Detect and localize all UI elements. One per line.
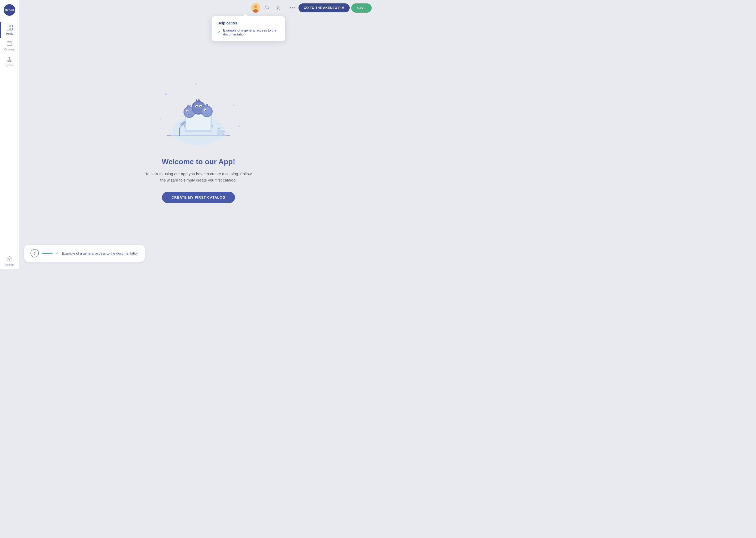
svg-point-5 [9, 258, 10, 259]
sidebar-item-home-label: Home [6, 32, 13, 35]
app-logo[interactable]: My App [4, 4, 15, 16]
svg-rect-0 [7, 25, 9, 27]
help-tooltip-header: Help center [217, 21, 279, 25]
sidebar-item-settings[interactable]: Settings [0, 253, 19, 269]
sidebar-item-catalogs-label: Catalogs [4, 48, 15, 51]
svg-rect-2 [7, 28, 9, 30]
plus-decoration-7: · [160, 116, 161, 121]
sidebar-item-synch[interactable]: Synch [0, 54, 19, 69]
topbar-right: Help center ✓ Example of a general acces… [251, 3, 372, 13]
svg-point-28 [196, 106, 198, 107]
help-tooltip: Help center ✓ Example of a general acces… [212, 16, 285, 41]
sidebar-item-catalogs[interactable]: Catalogs [0, 38, 19, 54]
save-button[interactable]: SAVE [351, 3, 372, 13]
main-area: Help center ✓ Example of a general acces… [19, 0, 378, 269]
svg-rect-1 [10, 25, 12, 27]
user-avatar[interactable] [251, 3, 260, 13]
check-icon: ✓ [217, 30, 220, 34]
more-options-button[interactable] [288, 6, 297, 10]
plus-decoration-6: + [238, 124, 240, 129]
svg-rect-3 [10, 28, 12, 30]
welcome-title: Welcome to our App! [162, 158, 235, 166]
help-line-connector [42, 253, 53, 254]
svg-point-24 [187, 111, 188, 112]
sidebar-item-settings-label: Settings [4, 263, 14, 266]
svg-rect-4 [7, 42, 12, 45]
svg-rect-20 [217, 130, 223, 135]
create-catalog-button[interactable]: CREATE MY FIRST CATALOG [162, 192, 235, 203]
help-check-icon: ✓ [56, 251, 59, 255]
help-tooltip-item: ✓ Example of a general access to the doc… [217, 28, 279, 36]
welcome-description: To start to using our app you have to cr… [143, 171, 254, 183]
topbar: Help center ✓ Example of a general acces… [19, 0, 378, 16]
help-tooltip-item-text: Example of a general access to the docum… [223, 28, 279, 36]
help-circle-icon: ? [30, 249, 39, 257]
svg-point-9 [277, 7, 278, 9]
sidebar-item-synch-label: Synch [6, 64, 13, 67]
help-center-link[interactable]: Help center [217, 21, 237, 25]
home-icon [7, 25, 13, 31]
sidebar: My App Home Catalogs [0, 0, 19, 269]
synch-icon [7, 56, 12, 63]
main-illustration [162, 87, 235, 145]
illustration-area: + + · · + + · [154, 82, 243, 150]
settings-icon [7, 256, 12, 262]
bottom-help-text: Example of a general access to the docum… [62, 251, 139, 255]
svg-point-34 [205, 110, 206, 111]
bottom-help-bar: ? ✓ Example of a general access to the d… [24, 245, 145, 262]
sidebar-item-home[interactable]: Home [0, 22, 19, 38]
topbar-divider [285, 5, 285, 11]
go-to-akeneo-button[interactable]: GO TO THE AKENEO PIM [299, 3, 350, 12]
notifications-button[interactable] [262, 3, 271, 13]
catalogs-icon [7, 40, 12, 47]
content-area: + + · · + + · [19, 16, 378, 269]
svg-point-7 [254, 5, 257, 8]
svg-point-30 [200, 106, 202, 107]
settings-wheel-button[interactable] [273, 3, 282, 13]
svg-point-32 [202, 107, 212, 116]
plus-decoration: + [195, 82, 197, 87]
